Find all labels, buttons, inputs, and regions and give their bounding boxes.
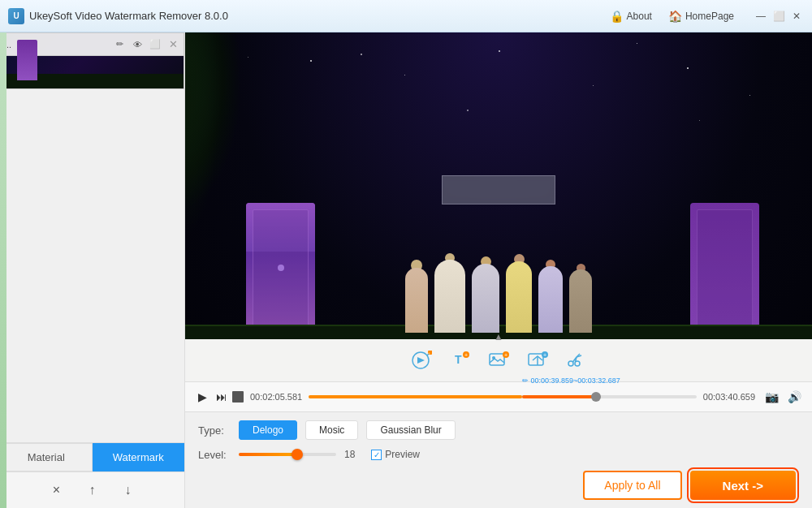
close-thumbnail-icon[interactable]: ✕ (166, 37, 180, 52)
timeline-segment (522, 395, 600, 398)
preview-checkbox-area: ✓ Preview (371, 449, 420, 460)
level-thumb[interactable] (292, 449, 303, 460)
preview-checkbox[interactable]: ✓ (371, 450, 382, 460)
video-toolbar: ▲ + T + (185, 339, 812, 381)
content-area: ▲ + T + (185, 32, 812, 508)
copy-icon[interactable]: ⬜ (148, 37, 162, 52)
minimize-button[interactable]: — (754, 9, 768, 24)
add-video-icon: + (409, 351, 432, 370)
screenshot-button[interactable]: 📷 (762, 387, 781, 407)
pencil-icon[interactable]: ✏ (112, 37, 127, 52)
left-edge-decoration (0, 32, 6, 508)
homepage-button[interactable]: 🏠 HomePage (665, 8, 737, 24)
mosic-button[interactable]: Mosic (305, 420, 358, 440)
thumbnail-area: ... ✏ 👁 ⬜ ✕ (0, 32, 184, 442)
homepage-label: HomePage (685, 11, 734, 22)
delogo-button[interactable]: Delogo (239, 420, 297, 440)
about-label: About (627, 11, 652, 22)
move-up-button[interactable]: ↑ (81, 479, 104, 502)
scissors-icon (565, 351, 588, 370)
delete-item-button[interactable]: × (45, 479, 68, 502)
preview-label: Preview (385, 449, 420, 460)
home-icon: 🏠 (668, 10, 682, 23)
controls-area: Type: Delogo Mosic Gaussian Blur Level: … (185, 411, 812, 508)
restore-button[interactable]: ⬜ (771, 9, 786, 24)
stop-button[interactable] (232, 391, 244, 403)
volume-button[interactable]: 🔊 (784, 387, 804, 407)
main-layout: ... ✏ 👁 ⬜ ✕ Material Watermark (0, 32, 812, 508)
level-track (239, 453, 336, 456)
time-total: 00:03:40.659 (703, 392, 755, 402)
checkmark-icon: ✓ (374, 450, 380, 459)
media-controls-right: 📷 🔊 (762, 387, 804, 407)
sidebar-tabs: Material Watermark (0, 442, 184, 471)
figures-area (405, 253, 592, 333)
type-row: Type: Delogo Mosic Gaussian Blur (198, 420, 799, 440)
thumbnail-item[interactable]: ... ✏ 👁 ⬜ ✕ (0, 32, 184, 89)
svg-rect-7 (490, 354, 504, 365)
gaussian-blur-button[interactable]: Gaussian Blur (366, 420, 455, 440)
toolbar-arrow: ▲ (494, 331, 503, 342)
eye-icon[interactable]: 👁 (130, 37, 145, 52)
add-text-button[interactable]: T + (441, 344, 478, 377)
window-controls: — ⬜ ✕ (754, 9, 804, 24)
svg-text:+: + (504, 352, 508, 358)
playback-area: ▶ ⏭ 00:02:05.581 ✏ 00:00:39.859~00:03:32… (185, 381, 812, 411)
timeline-filled (309, 395, 522, 398)
export-icon: + (526, 351, 549, 370)
delete-icon: × (53, 483, 60, 497)
cut-button[interactable] (558, 344, 595, 377)
bottom-buttons: Apply to All Next -> (198, 471, 799, 500)
app-title: UkeySoft Video Watermark Remover 8.0.0 (29, 10, 607, 22)
svg-text:+: + (543, 352, 546, 358)
watermark-overlay[interactable] (442, 175, 555, 204)
add-image-icon: + (487, 351, 510, 370)
about-button[interactable]: 🔒 About (607, 8, 655, 24)
add-video-button[interactable]: + (402, 344, 439, 377)
export-button[interactable]: + (519, 344, 556, 377)
arrow-up-icon: ↑ (89, 483, 96, 497)
time-current: 00:02:05.581 (250, 392, 302, 402)
titlebar: U UkeySoft Video Watermark Remover 8.0.0… (0, 0, 812, 32)
video-area[interactable]: ▲ + T + (185, 32, 812, 381)
close-button[interactable]: ✕ (789, 9, 804, 24)
type-label: Type: (198, 424, 231, 437)
app-icon: U (8, 8, 24, 24)
level-label: Level: (198, 449, 231, 461)
move-down-button[interactable]: ↓ (117, 479, 140, 502)
play-button[interactable]: ▶ (193, 388, 211, 406)
play-controls: ▶ ⏭ (193, 388, 244, 406)
level-filled (239, 453, 297, 456)
sidebar: ... ✏ 👁 ⬜ ✕ Material Watermark (0, 32, 185, 508)
level-value: 18 (344, 449, 355, 460)
timeline-thumb[interactable] (591, 392, 601, 402)
sidebar-actions: × ↑ ↓ (0, 471, 184, 508)
tab-watermark[interactable]: Watermark (93, 443, 185, 471)
add-text-icon: T + (448, 351, 471, 370)
next-button[interactable]: Next -> (690, 471, 796, 500)
add-image-button[interactable]: + (480, 344, 517, 377)
apply-to-all-button[interactable]: Apply to All (583, 471, 681, 500)
tab-watermark-label: Watermark (113, 451, 164, 463)
door-left (246, 203, 315, 333)
level-row: Level: 18 ✓ Preview (198, 446, 799, 463)
timeline-track (309, 395, 697, 398)
tab-material-label: Material (28, 451, 65, 463)
time-segment: ✏ 00:00:39.859~00:03:32.687 (522, 377, 620, 385)
timeline-container[interactable]: ✏ 00:00:39.859~00:03:32.687 (309, 388, 697, 406)
titlebar-right: 🔒 About 🏠 HomePage — ⬜ ✕ (607, 8, 804, 24)
timeline-row: ▶ ⏭ 00:02:05.581 ✏ 00:00:39.859~00:03:32… (193, 387, 804, 407)
video-frame: ▲ + T + (185, 32, 812, 381)
level-slider[interactable] (239, 446, 336, 463)
lock-icon: 🔒 (610, 10, 624, 23)
tab-material[interactable]: Material (0, 443, 93, 471)
svg-text:+: + (464, 352, 468, 358)
svg-point-15 (568, 361, 573, 366)
arrow-down-icon: ↓ (125, 483, 132, 497)
next-frame-button[interactable]: ⏭ (213, 388, 231, 406)
door-right (690, 203, 759, 333)
svg-text:T: T (455, 353, 462, 366)
